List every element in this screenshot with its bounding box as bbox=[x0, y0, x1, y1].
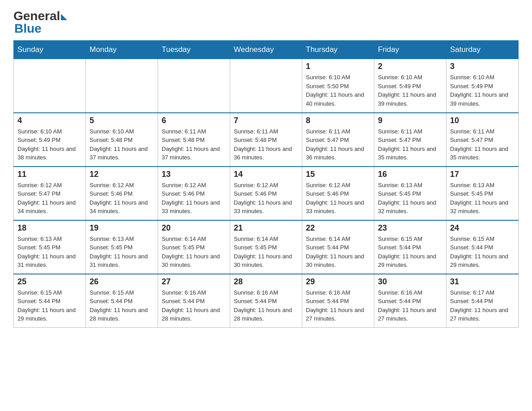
calendar-cell bbox=[230, 59, 302, 113]
day-of-week-header: Tuesday bbox=[158, 41, 230, 59]
day-number: 5 bbox=[90, 116, 154, 125]
day-number: 11 bbox=[17, 170, 82, 179]
calendar-cell: 15Sunrise: 6:12 AM Sunset: 5:46 PM Dayli… bbox=[302, 167, 374, 220]
day-info: Sunrise: 6:13 AM Sunset: 5:45 PM Dayligh… bbox=[90, 235, 154, 270]
day-info: Sunrise: 6:14 AM Sunset: 5:45 PM Dayligh… bbox=[162, 235, 226, 270]
calendar-cell: 8Sunrise: 6:11 AM Sunset: 5:47 PM Daylig… bbox=[302, 113, 374, 167]
day-of-week-header: Wednesday bbox=[230, 41, 302, 59]
calendar-cell: 4Sunrise: 6:10 AM Sunset: 5:49 PM Daylig… bbox=[14, 113, 86, 167]
day-of-week-header: Sunday bbox=[14, 41, 86, 59]
day-info: Sunrise: 6:12 AM Sunset: 5:46 PM Dayligh… bbox=[90, 181, 154, 216]
day-number: 27 bbox=[162, 277, 226, 287]
day-number: 30 bbox=[378, 277, 442, 287]
day-info: Sunrise: 6:12 AM Sunset: 5:47 PM Dayligh… bbox=[17, 181, 82, 216]
day-number: 10 bbox=[450, 116, 515, 125]
day-number: 23 bbox=[378, 223, 442, 233]
page-header: General Blue bbox=[13, 9, 519, 36]
day-info: Sunrise: 6:16 AM Sunset: 5:44 PM Dayligh… bbox=[234, 288, 298, 323]
day-number: 15 bbox=[306, 170, 370, 179]
day-info: Sunrise: 6:10 AM Sunset: 5:50 PM Dayligh… bbox=[306, 73, 370, 108]
calendar-cell: 7Sunrise: 6:11 AM Sunset: 5:48 PM Daylig… bbox=[230, 113, 302, 167]
day-info: Sunrise: 6:17 AM Sunset: 5:44 PM Dayligh… bbox=[450, 288, 515, 323]
day-number: 1 bbox=[306, 62, 370, 71]
calendar-cell: 22Sunrise: 6:14 AM Sunset: 5:44 PM Dayli… bbox=[302, 220, 374, 274]
day-number: 29 bbox=[306, 277, 370, 287]
day-of-week-header: Thursday bbox=[302, 41, 374, 59]
day-number: 13 bbox=[162, 170, 226, 179]
calendar-cell: 20Sunrise: 6:14 AM Sunset: 5:45 PM Dayli… bbox=[158, 220, 230, 274]
calendar-cell: 21Sunrise: 6:14 AM Sunset: 5:45 PM Dayli… bbox=[230, 220, 302, 274]
day-number: 31 bbox=[450, 277, 515, 287]
calendar-week-row: 11Sunrise: 6:12 AM Sunset: 5:47 PM Dayli… bbox=[14, 167, 519, 220]
day-number: 14 bbox=[234, 170, 298, 179]
calendar-header-row: SundayMondayTuesdayWednesdayThursdayFrid… bbox=[14, 41, 519, 59]
day-info: Sunrise: 6:13 AM Sunset: 5:45 PM Dayligh… bbox=[378, 181, 442, 216]
day-info: Sunrise: 6:10 AM Sunset: 5:48 PM Dayligh… bbox=[90, 127, 154, 162]
day-info: Sunrise: 6:12 AM Sunset: 5:46 PM Dayligh… bbox=[162, 181, 226, 216]
day-number: 24 bbox=[450, 223, 515, 233]
day-info: Sunrise: 6:16 AM Sunset: 5:44 PM Dayligh… bbox=[306, 288, 370, 323]
calendar-cell: 9Sunrise: 6:11 AM Sunset: 5:47 PM Daylig… bbox=[374, 113, 446, 167]
day-info: Sunrise: 6:15 AM Sunset: 5:44 PM Dayligh… bbox=[450, 235, 515, 270]
calendar-cell bbox=[86, 59, 158, 113]
day-info: Sunrise: 6:11 AM Sunset: 5:47 PM Dayligh… bbox=[378, 127, 442, 162]
day-number: 16 bbox=[378, 170, 442, 179]
calendar-cell: 6Sunrise: 6:11 AM Sunset: 5:48 PM Daylig… bbox=[158, 113, 230, 167]
day-info: Sunrise: 6:10 AM Sunset: 5:49 PM Dayligh… bbox=[378, 73, 442, 108]
day-number: 6 bbox=[162, 116, 226, 125]
calendar-cell: 29Sunrise: 6:16 AM Sunset: 5:44 PM Dayli… bbox=[302, 274, 374, 328]
calendar-cell: 24Sunrise: 6:15 AM Sunset: 5:44 PM Dayli… bbox=[446, 220, 519, 274]
calendar-cell: 5Sunrise: 6:10 AM Sunset: 5:48 PM Daylig… bbox=[86, 113, 158, 167]
day-number: 8 bbox=[306, 116, 370, 125]
day-number: 4 bbox=[17, 116, 82, 125]
calendar-cell: 11Sunrise: 6:12 AM Sunset: 5:47 PM Dayli… bbox=[14, 167, 86, 220]
day-number: 2 bbox=[378, 62, 442, 71]
day-number: 21 bbox=[234, 223, 298, 233]
calendar-cell: 2Sunrise: 6:10 AM Sunset: 5:49 PM Daylig… bbox=[374, 59, 446, 113]
calendar-cell: 3Sunrise: 6:10 AM Sunset: 5:49 PM Daylig… bbox=[446, 59, 519, 113]
calendar-cell: 23Sunrise: 6:15 AM Sunset: 5:44 PM Dayli… bbox=[374, 220, 446, 274]
calendar-cell: 17Sunrise: 6:13 AM Sunset: 5:45 PM Dayli… bbox=[446, 167, 519, 220]
day-number: 26 bbox=[90, 277, 154, 287]
day-number: 20 bbox=[162, 223, 226, 233]
calendar-cell bbox=[158, 59, 230, 113]
calendar-cell: 14Sunrise: 6:12 AM Sunset: 5:46 PM Dayli… bbox=[230, 167, 302, 220]
logo-arrow-icon bbox=[61, 14, 67, 20]
day-number: 19 bbox=[90, 223, 154, 233]
calendar-cell: 10Sunrise: 6:11 AM Sunset: 5:47 PM Dayli… bbox=[446, 113, 519, 167]
day-info: Sunrise: 6:15 AM Sunset: 5:44 PM Dayligh… bbox=[17, 288, 82, 323]
calendar-cell: 13Sunrise: 6:12 AM Sunset: 5:46 PM Dayli… bbox=[158, 167, 230, 220]
calendar-cell: 25Sunrise: 6:15 AM Sunset: 5:44 PM Dayli… bbox=[14, 274, 86, 328]
calendar-week-row: 4Sunrise: 6:10 AM Sunset: 5:49 PM Daylig… bbox=[14, 113, 519, 167]
day-number: 3 bbox=[450, 62, 515, 71]
calendar-cell bbox=[14, 59, 86, 113]
day-info: Sunrise: 6:14 AM Sunset: 5:44 PM Dayligh… bbox=[306, 235, 370, 270]
calendar-cell: 28Sunrise: 6:16 AM Sunset: 5:44 PM Dayli… bbox=[230, 274, 302, 328]
day-number: 25 bbox=[17, 277, 82, 287]
day-info: Sunrise: 6:11 AM Sunset: 5:48 PM Dayligh… bbox=[234, 127, 298, 162]
calendar-cell: 1Sunrise: 6:10 AM Sunset: 5:50 PM Daylig… bbox=[302, 59, 374, 113]
day-of-week-header: Friday bbox=[374, 41, 446, 59]
calendar-table: SundayMondayTuesdayWednesdayThursdayFrid… bbox=[13, 40, 519, 328]
day-info: Sunrise: 6:10 AM Sunset: 5:49 PM Dayligh… bbox=[17, 127, 82, 162]
calendar-cell: 31Sunrise: 6:17 AM Sunset: 5:44 PM Dayli… bbox=[446, 274, 519, 328]
day-number: 18 bbox=[17, 223, 82, 233]
day-info: Sunrise: 6:15 AM Sunset: 5:44 PM Dayligh… bbox=[378, 235, 442, 270]
calendar-week-row: 1Sunrise: 6:10 AM Sunset: 5:50 PM Daylig… bbox=[14, 59, 519, 113]
day-info: Sunrise: 6:11 AM Sunset: 5:47 PM Dayligh… bbox=[450, 127, 515, 162]
day-number: 28 bbox=[234, 277, 298, 287]
day-number: 9 bbox=[378, 116, 442, 125]
calendar-cell: 18Sunrise: 6:13 AM Sunset: 5:45 PM Dayli… bbox=[14, 220, 86, 274]
day-number: 7 bbox=[234, 116, 298, 125]
day-of-week-header: Monday bbox=[86, 41, 158, 59]
day-info: Sunrise: 6:12 AM Sunset: 5:46 PM Dayligh… bbox=[306, 181, 370, 216]
day-info: Sunrise: 6:16 AM Sunset: 5:44 PM Dayligh… bbox=[162, 288, 226, 323]
calendar-week-row: 18Sunrise: 6:13 AM Sunset: 5:45 PM Dayli… bbox=[14, 220, 519, 274]
day-number: 22 bbox=[306, 223, 370, 233]
logo-blue-text: Blue bbox=[14, 21, 42, 36]
day-info: Sunrise: 6:14 AM Sunset: 5:45 PM Dayligh… bbox=[234, 235, 298, 270]
calendar-cell: 30Sunrise: 6:16 AM Sunset: 5:44 PM Dayli… bbox=[374, 274, 446, 328]
calendar-week-row: 25Sunrise: 6:15 AM Sunset: 5:44 PM Dayli… bbox=[14, 274, 519, 328]
day-number: 17 bbox=[450, 170, 515, 179]
day-info: Sunrise: 6:12 AM Sunset: 5:46 PM Dayligh… bbox=[234, 181, 298, 216]
